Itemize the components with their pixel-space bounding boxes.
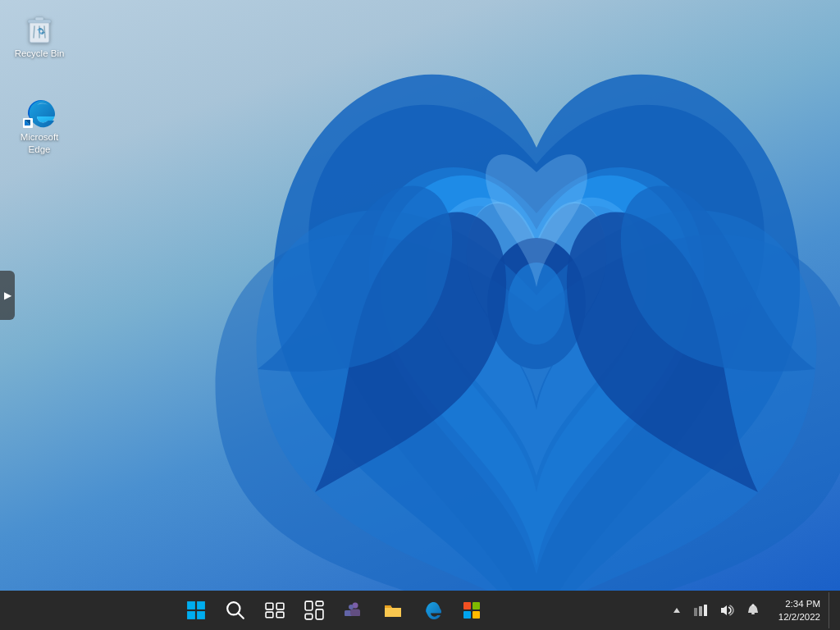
task-view-button[interactable] (257, 592, 293, 628)
svg-rect-30 (699, 606, 702, 616)
side-panel-toggle[interactable]: ▶ (0, 271, 15, 320)
taskbar-right: 2:34 PM 12/2/2022 (662, 592, 840, 628)
svg-rect-12 (197, 611, 205, 619)
chevron-up-icon (672, 605, 682, 616)
recycle-bin-label: Recycle Bin (15, 48, 65, 60)
svg-point-33 (751, 604, 754, 606)
volume-icon (719, 604, 734, 617)
network-button[interactable] (690, 600, 711, 620)
svg-rect-17 (266, 612, 273, 618)
volume-button[interactable] (716, 600, 737, 620)
svg-rect-4 (35, 17, 43, 21)
teams-icon (344, 600, 363, 620)
svg-rect-28 (472, 611, 480, 619)
taskbar-center (7, 592, 662, 628)
svg-rect-19 (305, 601, 313, 610)
svg-point-0 (487, 238, 586, 369)
store-button[interactable] (454, 592, 490, 628)
notification-icon (746, 604, 760, 617)
svg-rect-10 (197, 601, 205, 609)
task-view-icon (265, 600, 285, 620)
microsoft-edge-label: Microsoft Edge (11, 131, 67, 156)
widgets-icon (304, 600, 324, 620)
show-hidden-icons-button[interactable] (669, 601, 685, 619)
clock-time: 2:34 PM (785, 597, 820, 610)
svg-rect-26 (472, 602, 480, 609)
notification-button[interactable] (742, 600, 764, 620)
network-icon (693, 604, 708, 617)
wallpaper-bloom (192, 0, 840, 591)
search-button[interactable] (217, 592, 253, 628)
clock-display[interactable]: 2:34 PM 12/2/2022 (774, 596, 825, 625)
svg-rect-25 (463, 602, 471, 609)
svg-rect-20 (317, 601, 324, 605)
svg-rect-11 (187, 611, 195, 619)
file-explorer-icon (383, 600, 403, 620)
windows-logo-icon (186, 600, 206, 620)
store-icon (462, 600, 482, 620)
svg-rect-15 (266, 603, 273, 609)
svg-rect-27 (463, 611, 471, 619)
svg-rect-32 (751, 613, 755, 614)
teams-button[interactable] (336, 592, 372, 628)
edge-taskbar-button[interactable] (414, 592, 450, 628)
svg-point-1 (508, 262, 565, 345)
start-button[interactable] (178, 592, 214, 628)
svg-rect-9 (187, 601, 195, 609)
svg-rect-18 (277, 612, 285, 618)
svg-line-5 (34, 26, 34, 38)
file-explorer-button[interactable] (375, 592, 411, 628)
desktop: Recycle Bin (0, 0, 840, 591)
svg-rect-29 (694, 608, 697, 616)
search-icon (226, 600, 245, 620)
edge-taskbar-icon (422, 600, 442, 620)
svg-rect-16 (277, 603, 285, 609)
svg-rect-22 (305, 614, 313, 619)
microsoft-edge-icon[interactable]: Microsoft Edge (7, 90, 72, 161)
recycle-bin-svg (23, 11, 56, 44)
svg-rect-31 (704, 605, 707, 616)
system-tray (662, 600, 770, 620)
taskbar: 2:34 PM 12/2/2022 (0, 591, 840, 630)
recycle-bin-icon[interactable]: Recycle Bin (7, 7, 72, 65)
clock-date: 12/2/2022 (778, 610, 820, 623)
svg-point-24 (349, 605, 354, 609)
svg-line-14 (239, 613, 244, 619)
side-panel-arrow: ▶ (4, 290, 11, 301)
show-desktop-button[interactable] (829, 592, 833, 628)
widgets-button[interactable] (296, 592, 332, 628)
svg-rect-21 (317, 609, 324, 619)
edge-svg (23, 95, 56, 128)
